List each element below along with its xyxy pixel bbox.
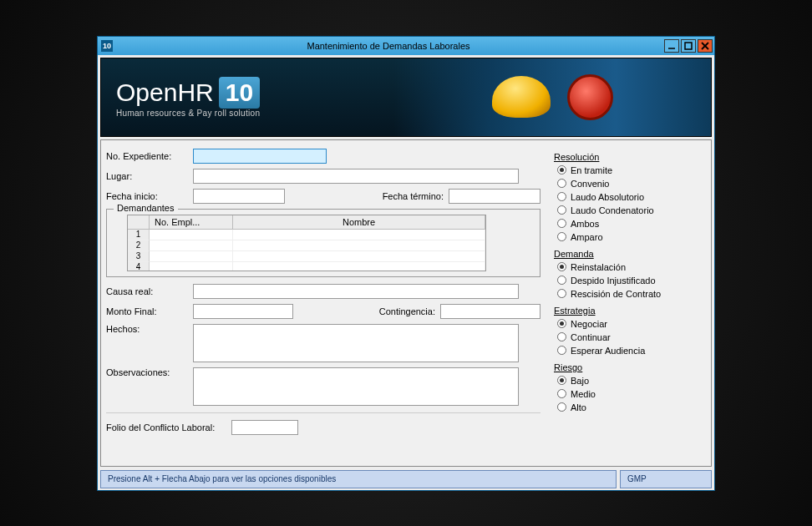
row-header: 4: [128, 262, 150, 271]
estrategia-option[interactable]: Negociar: [554, 317, 703, 331]
col-no-empl: No. Empl...: [150, 215, 233, 229]
demanda-option[interactable]: Rescisión de Contrato: [554, 287, 703, 301]
logo-name: OpenHR: [116, 78, 214, 107]
radio-label: Convenio: [571, 179, 609, 189]
radio-icon: [557, 319, 566, 328]
contingencia-label: Contingencia:: [379, 306, 435, 316]
riesgo-title: Riesgo: [554, 362, 703, 372]
close-button[interactable]: [698, 39, 713, 53]
radio-icon: [557, 376, 566, 385]
radio-icon: [557, 179, 566, 188]
observaciones-input[interactable]: [193, 367, 519, 406]
causa-real-label: Causa real:: [106, 286, 193, 296]
right-column: Resolución En tramiteConvenioLaudo Absol…: [549, 144, 708, 463]
radio-label: Reinstalación: [571, 262, 626, 272]
status-user: GMP: [620, 470, 712, 488]
contingencia-input[interactable]: [440, 304, 540, 319]
fecha-termino-label: Fecha término:: [383, 191, 444, 201]
estrategia-option[interactable]: Continuar: [554, 331, 703, 344]
monto-final-input[interactable]: [193, 304, 293, 319]
demandantes-title: Demandantes: [114, 203, 178, 213]
radio-label: Bajo: [571, 376, 589, 386]
radio-label: Negociar: [571, 319, 607, 329]
folio-input[interactable]: [231, 420, 298, 435]
riesgo-option[interactable]: Bajo: [554, 374, 703, 387]
resolucion-option[interactable]: Convenio: [554, 177, 703, 190]
lugar-input[interactable]: [193, 169, 519, 184]
helmet-icon: [492, 76, 551, 118]
demanda-title: Demanda: [554, 249, 703, 259]
cell-no-empl[interactable]: [150, 251, 233, 262]
table-row[interactable]: 3: [128, 251, 485, 262]
estrategia-title: Estrategia: [554, 306, 703, 316]
header-banner: OpenHR 10 Human resources & Pay roll sol…: [100, 58, 712, 137]
radio-icon: [557, 262, 566, 271]
radio-label: En tramite: [571, 165, 612, 175]
banner-image: [393, 58, 711, 136]
radio-label: Medio: [571, 389, 596, 399]
radio-icon: [557, 205, 566, 215]
resolucion-option[interactable]: En tramite: [554, 164, 703, 177]
demandantes-fieldset: Demandantes No. Empl... Nombre 1234: [106, 209, 540, 277]
demandantes-grid[interactable]: No. Empl... Nombre 1234: [127, 215, 486, 271]
riesgo-option[interactable]: Medio: [554, 387, 703, 401]
cell-no-empl[interactable]: [150, 240, 233, 251]
table-row[interactable]: 4: [128, 262, 485, 271]
app-window: 10 Mantenimiento de Demandas Laborales O…: [97, 36, 715, 491]
row-header: 1: [128, 230, 150, 240]
cell-no-empl[interactable]: [150, 262, 233, 271]
resolucion-option[interactable]: Amparo: [554, 230, 703, 244]
logo: OpenHR 10 Human resources & Pay roll sol…: [116, 77, 260, 118]
fecha-inicio-input[interactable]: [193, 189, 285, 204]
window-controls: [664, 39, 713, 53]
demanda-option[interactable]: Reinstalación: [554, 260, 703, 274]
left-column: No. Expediente: Lugar: Fecha inicio: Fec…: [104, 144, 542, 463]
table-row[interactable]: 2: [128, 240, 485, 251]
folio-label: Folio del Conflicto Laboral:: [106, 422, 231, 432]
app-icon: 10: [101, 40, 113, 52]
cell-nombre[interactable]: [233, 251, 485, 262]
resolucion-option[interactable]: Ambos: [554, 217, 703, 230]
table-row[interactable]: 1: [128, 230, 485, 240]
logo-version-badge: 10: [219, 77, 260, 109]
monto-final-label: Monto Final:: [106, 306, 193, 316]
radio-icon: [557, 389, 566, 398]
maximize-button[interactable]: [681, 39, 696, 53]
radio-label: Alto: [571, 402, 586, 412]
cell-nombre[interactable]: [233, 240, 485, 251]
radio-icon: [557, 289, 566, 298]
cell-no-empl[interactable]: [150, 230, 233, 240]
cell-nombre[interactable]: [233, 230, 485, 240]
radio-icon: [557, 276, 566, 285]
hechos-label: Hechos:: [106, 324, 193, 334]
radio-icon: [557, 332, 566, 341]
radio-label: Despido Injustificado: [571, 276, 656, 286]
cell-nombre[interactable]: [233, 262, 485, 271]
radio-label: Laudo Condenatorio: [571, 205, 654, 215]
radio-icon: [557, 219, 566, 228]
form-panel: No. Expediente: Lugar: Fecha inicio: Fec…: [100, 139, 712, 467]
radio-icon: [557, 346, 566, 355]
fecha-termino-input[interactable]: [449, 189, 540, 204]
radio-icon: [557, 165, 566, 174]
radio-icon: [557, 232, 566, 241]
statusbar: Presione Alt + Flecha Abajo para ver las…: [100, 470, 712, 488]
radio-icon: [557, 402, 566, 412]
window-title: Mantenimiento de Demandas Laborales: [113, 41, 664, 51]
no-expediente-input[interactable]: [193, 149, 327, 164]
resolucion-option[interactable]: Laudo Absolutorio: [554, 190, 703, 204]
radio-label: Continuar: [571, 332, 611, 342]
demanda-option[interactable]: Despido Injustificado: [554, 274, 703, 287]
status-hint: Presione Alt + Flecha Abajo para ver las…: [100, 470, 617, 488]
estrategia-option[interactable]: Esperar Audiencia: [554, 344, 703, 357]
no-expediente-label: No. Expediente:: [106, 151, 193, 161]
causa-real-input[interactable]: [193, 284, 519, 299]
hechos-input[interactable]: [193, 324, 519, 362]
fecha-inicio-label: Fecha inicio:: [106, 191, 193, 201]
radio-icon: [557, 192, 566, 201]
minimize-button[interactable]: [664, 39, 679, 53]
radio-label: Amparo: [571, 232, 603, 242]
radio-label: Ambos: [571, 219, 599, 229]
resolucion-option[interactable]: Laudo Condenatorio: [554, 204, 703, 217]
riesgo-option[interactable]: Alto: [554, 401, 703, 414]
